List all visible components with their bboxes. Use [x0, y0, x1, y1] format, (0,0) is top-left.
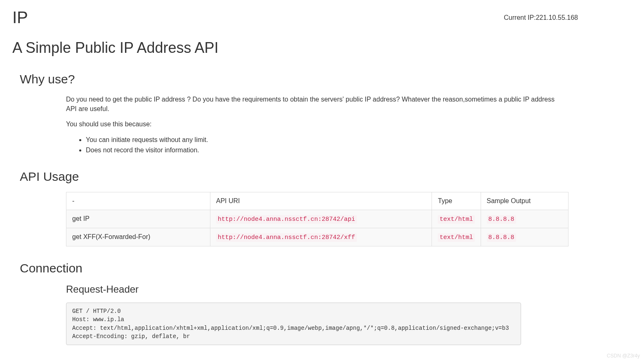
- api-type-code: text/html: [438, 233, 474, 242]
- col-type: Type: [432, 192, 481, 210]
- header-row: IP Current IP:221.10.55.168: [12, 8, 632, 27]
- list-item: Does not record the visitor information.: [86, 145, 632, 155]
- subtitle: A Simple Public IP Address API: [12, 39, 632, 57]
- api-row-sample-cell: 8.8.8.8: [481, 228, 569, 246]
- current-ip-display: Current IP:221.10.55.168: [504, 14, 632, 21]
- table-row: get XFF(X-Forwarded-For) http://node4.an…: [66, 228, 569, 246]
- api-uri-code: http://node4.anna.nssctf.cn:28742/api: [216, 215, 357, 224]
- current-ip-value: 221.10.55.168: [536, 14, 578, 21]
- api-uri-code: http://node4.anna.nssctf.cn:28742/xff: [216, 233, 357, 242]
- api-row-type-cell: text/html: [432, 210, 481, 228]
- api-row-uri-cell: http://node4.anna.nssctf.cn:28742/xff: [210, 228, 432, 246]
- watermark: CSDN @Z3r4y: [607, 353, 640, 353]
- api-row-name: get IP: [66, 210, 210, 228]
- page-title: IP: [12, 8, 28, 27]
- api-sample-code: 8.8.8.8: [487, 215, 516, 224]
- why-heading: Why use?: [20, 72, 632, 86]
- why-para-1: Do you need to get the public IP address…: [66, 95, 566, 114]
- request-header-heading: Request-Header: [66, 284, 632, 295]
- api-usage-heading: API Usage: [20, 170, 632, 184]
- current-ip-label: Current IP:: [504, 14, 535, 21]
- col-dash: -: [66, 192, 210, 210]
- list-item: You can initiate requests without any li…: [86, 135, 632, 144]
- request-header-block: GET / HTTP/2.0 Host: www.ip.la Accept: t…: [66, 303, 521, 345]
- api-row-type-cell: text/html: [432, 228, 481, 246]
- api-row-uri-cell: http://node4.anna.nssctf.cn:28742/api: [210, 210, 432, 228]
- connection-heading: Connection: [20, 261, 632, 275]
- api-row-name: get XFF(X-Forwarded-For): [66, 228, 210, 246]
- why-para-2: You should use this because:: [66, 119, 566, 129]
- api-row-sample-cell: 8.8.8.8: [481, 210, 569, 228]
- api-sample-code: 8.8.8.8: [487, 233, 516, 242]
- why-bullets: You can initiate requests without any li…: [83, 135, 632, 155]
- api-type-code: text/html: [438, 215, 474, 224]
- col-sample: Sample Output: [481, 192, 569, 210]
- col-uri: API URI: [210, 192, 432, 210]
- table-row: get IP http://node4.anna.nssctf.cn:28742…: [66, 210, 569, 228]
- table-header-row: - API URI Type Sample Output: [66, 192, 569, 210]
- api-table: - API URI Type Sample Output get IP http…: [66, 192, 569, 246]
